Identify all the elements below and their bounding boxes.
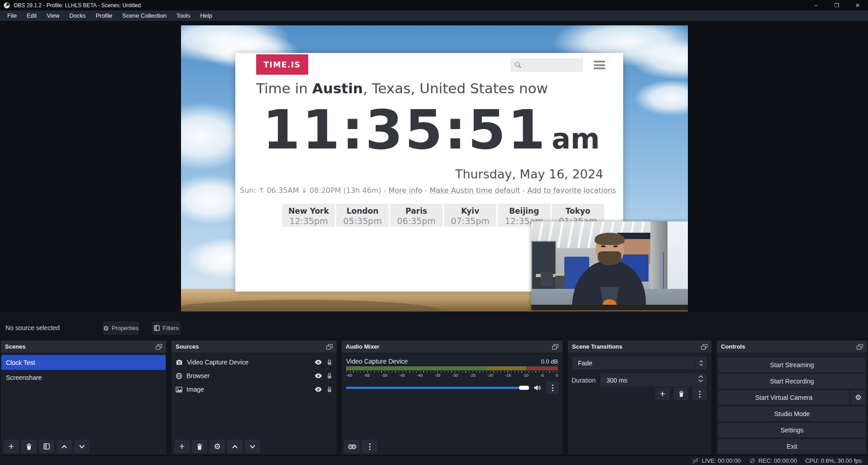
visibility-eye-icon[interactable] bbox=[315, 387, 322, 392]
db-tick-label: -20 bbox=[487, 373, 493, 378]
lock-icon[interactable] bbox=[326, 373, 333, 379]
mixer-menu-button[interactable]: ⋮ bbox=[362, 440, 377, 453]
menu-item[interactable]: File bbox=[2, 10, 22, 21]
source-row-video-capture[interactable]: Video Capture Device bbox=[172, 355, 337, 369]
remove-source-button[interactable] bbox=[192, 440, 207, 453]
filters-button[interactable]: Filters bbox=[152, 321, 181, 335]
preview-canvas[interactable]: TIME.IS Time in Austin, Texas, United St… bbox=[181, 25, 688, 312]
volume-slider-row: ⋮ bbox=[346, 381, 559, 394]
city-time-card[interactable]: London 05:35pm bbox=[336, 204, 389, 227]
live-status: LIVE: 00:00:00 bbox=[692, 457, 741, 464]
city-time-card[interactable]: New York 12:35pm bbox=[282, 204, 335, 227]
properties-button[interactable]: ⚙ Properties bbox=[103, 321, 139, 335]
mixer-level-db: 0.0 dB bbox=[541, 358, 558, 365]
webcam-chair bbox=[541, 272, 553, 286]
current-date: Thursday, May 16, 2024 bbox=[455, 167, 603, 181]
popout-icon[interactable] bbox=[857, 344, 863, 350]
menu-item[interactable]: View bbox=[42, 10, 64, 21]
add-scene-button[interactable]: + bbox=[4, 440, 19, 453]
remove-scene-button[interactable] bbox=[21, 440, 37, 453]
remove-transition-button[interactable] bbox=[674, 388, 688, 400]
move-source-down-button[interactable] bbox=[245, 440, 260, 453]
settings-button[interactable]: Settings bbox=[718, 423, 866, 437]
scenes-panel-title: Scenes bbox=[5, 343, 26, 350]
move-source-up-button[interactable] bbox=[227, 440, 243, 453]
menu-item[interactable]: Docks bbox=[64, 10, 91, 21]
mixer-channel-row: Video Capture Device 0.0 dB bbox=[346, 358, 558, 365]
scene-item-screenshare[interactable]: Screenshare bbox=[1, 370, 166, 385]
add-transition-button[interactable]: + bbox=[655, 388, 670, 400]
menu-item[interactable]: Scene Collection bbox=[117, 10, 172, 21]
scene-filters-button[interactable] bbox=[39, 440, 54, 453]
city-time-card[interactable]: Paris 06:35pm bbox=[390, 204, 443, 227]
studio-mode-button[interactable]: Studio Mode bbox=[718, 407, 866, 421]
sources-panel-header[interactable]: Sources bbox=[172, 340, 337, 353]
volume-slider[interactable] bbox=[346, 387, 529, 389]
popout-icon[interactable] bbox=[326, 344, 333, 350]
source-row-image[interactable]: Image bbox=[172, 383, 337, 396]
add-favorite-link[interactable]: Add to favorite locations bbox=[527, 186, 616, 195]
obs-window: OBS 29.1.2 - Profile: LLHLS BETA - Scene… bbox=[0, 0, 868, 465]
scenes-toolbar: + bbox=[4, 440, 90, 453]
scene-transitions-header[interactable]: Scene Transitions bbox=[568, 340, 711, 353]
mixer-channel-name: Video Capture Device bbox=[346, 358, 408, 365]
menu-item[interactable]: Help bbox=[195, 10, 217, 21]
db-scale: -60-55-50-45-40-35-30-25-20-15-10-50 bbox=[346, 371, 558, 379]
start-virtual-camera-button[interactable]: Start Virtual Camera bbox=[718, 390, 849, 405]
menu-item[interactable]: Tools bbox=[172, 10, 195, 21]
timeis-logo[interactable]: TIME.IS bbox=[256, 54, 308, 75]
visibility-eye-icon[interactable] bbox=[315, 360, 322, 365]
lock-icon[interactable] bbox=[326, 386, 333, 393]
add-source-button[interactable]: + bbox=[174, 440, 190, 453]
close-button[interactable]: ✕ bbox=[847, 0, 868, 10]
visibility-eye-icon[interactable] bbox=[315, 373, 322, 379]
source-properties-button[interactable]: ⚙ bbox=[210, 440, 225, 453]
spinbox-arrows-icon[interactable] bbox=[698, 375, 703, 382]
lock-icon[interactable] bbox=[326, 359, 333, 365]
minimize-button[interactable]: – bbox=[806, 0, 826, 10]
start-recording-button[interactable]: Start Recording bbox=[718, 374, 866, 388]
cpu-fps-status: CPU: 0.6%, 30.00 fps bbox=[805, 457, 862, 464]
move-scene-up-button[interactable] bbox=[57, 440, 72, 453]
advanced-audio-button[interactable]: ⚙⚙ bbox=[344, 440, 360, 453]
move-scene-down-button[interactable] bbox=[74, 440, 90, 453]
scenes-panel-header[interactable]: Scenes bbox=[1, 340, 166, 353]
controls-header[interactable]: Controls bbox=[717, 340, 867, 353]
virtual-camera-row: Start Virtual Camera ⚙ bbox=[718, 390, 866, 405]
menu-item[interactable]: Profile bbox=[91, 10, 117, 21]
transition-properties-button[interactable]: ⋮ bbox=[692, 388, 707, 400]
virtual-camera-config-button[interactable]: ⚙ bbox=[851, 390, 866, 405]
controls-buttons: Start Streaming Start Recording Start Vi… bbox=[717, 353, 867, 454]
popout-icon[interactable] bbox=[701, 344, 707, 350]
menu-item[interactable]: Edit bbox=[22, 10, 42, 21]
hamburger-menu-icon[interactable] bbox=[594, 61, 605, 69]
city-time-card[interactable]: Kyiv 07:35pm bbox=[444, 204, 496, 227]
audio-mixer-header[interactable]: Audio Mixer bbox=[342, 340, 563, 353]
more-info-link[interactable]: More info bbox=[388, 186, 422, 195]
exit-button[interactable]: Exit bbox=[718, 439, 866, 454]
person-hair bbox=[595, 233, 625, 245]
volume-slider-handle[interactable] bbox=[519, 386, 529, 390]
scene-item-clock-test[interactable]: Clock Test bbox=[1, 355, 166, 370]
transition-select[interactable]: Fade bbox=[572, 357, 707, 369]
speaker-icon[interactable] bbox=[534, 384, 542, 391]
mixer-options-button[interactable]: ⋮ bbox=[546, 381, 559, 394]
audio-mixer-panel: Audio Mixer Video Capture Device 0.0 dB … bbox=[342, 340, 563, 455]
make-default-link[interactable]: Make Austin time default bbox=[429, 186, 520, 195]
no-source-selected-label: No source selected bbox=[5, 324, 60, 331]
transition-actions: + ⋮ bbox=[655, 388, 707, 400]
sources-list: Video Capture Device Browser Image bbox=[172, 355, 337, 396]
db-tick-label: -10 bbox=[523, 373, 529, 378]
maximize-button[interactable]: ❐ bbox=[826, 0, 847, 10]
city-card-name: London bbox=[336, 206, 389, 216]
city-card-name: Paris bbox=[390, 206, 443, 216]
sources-toolbar: + ⚙ bbox=[174, 440, 260, 453]
popout-icon[interactable] bbox=[156, 344, 162, 350]
duration-spinbox[interactable]: 300 ms bbox=[601, 374, 707, 387]
start-streaming-button[interactable]: Start Streaming bbox=[718, 358, 866, 372]
sun-info-line: Sun: ↑ 06:35AM ↓ 08:20PM (13h 46m) - Mor… bbox=[240, 186, 610, 195]
city-card-name: Kyiv bbox=[444, 206, 496, 216]
popout-icon[interactable] bbox=[552, 344, 558, 350]
source-row-browser[interactable]: Browser bbox=[172, 369, 337, 383]
audio-mixer-toolbar: ⚙⚙ ⋮ bbox=[344, 440, 377, 453]
